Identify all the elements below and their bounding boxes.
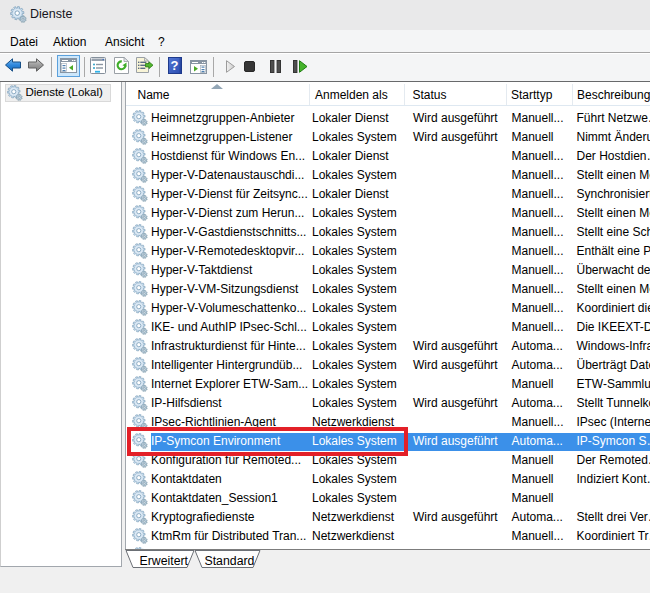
svg-text:?: ? — [171, 58, 179, 73]
